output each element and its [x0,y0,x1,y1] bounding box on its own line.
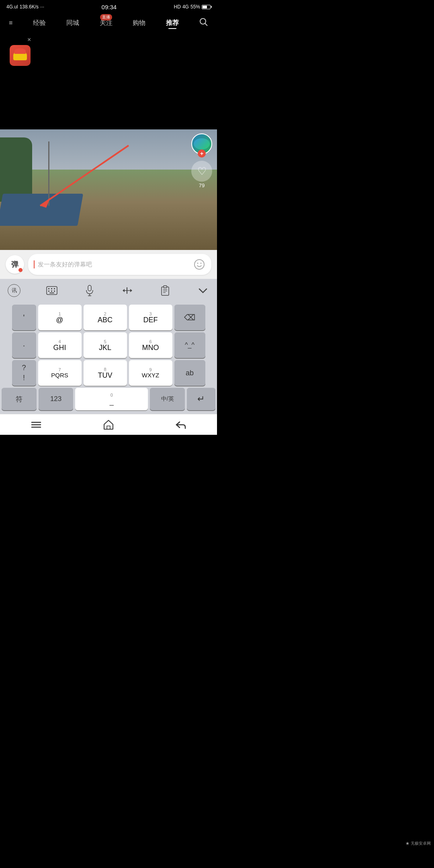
key-7-pqrs[interactable]: 7 PQRS [38,360,82,386]
collapse-icon [199,287,207,294]
bottom-menu-button[interactable] [21,418,51,432]
keyboard-row-1: ' 1 @ 2 ABC 3 DEF ⌫ [2,305,215,330]
key-apostrophe[interactable]: ' [12,305,36,330]
key-ab[interactable]: ab [174,360,205,386]
key-punctuation[interactable]: ? ! [12,360,36,386]
search-icon [199,18,208,27]
danmu-label: 弹 [11,260,18,269]
svg-marker-19 [123,289,125,292]
nav-experience[interactable]: 经验 [31,17,48,29]
svg-marker-20 [130,289,132,292]
mic-icon [85,285,94,296]
svg-rect-12 [51,291,52,292]
nav-experience-label: 经验 [33,19,46,26]
emoji-button[interactable] [193,258,206,271]
avatar-container[interactable]: + [191,133,212,154]
live-badge: 直播 [100,14,112,20]
bottom-home-button[interactable] [94,416,123,433]
emoji-icon [194,259,205,270]
svg-rect-23 [164,286,167,288]
comment-bar: 弹 发一条友好的弹幕吧 [0,250,217,279]
svg-point-0 [200,18,206,24]
like-button[interactable]: ♡ 79 [191,161,212,188]
key-123[interactable]: 123 [39,388,74,410]
red-envelope-button[interactable]: ★ [10,45,31,66]
text-cursor [34,260,35,268]
nav-shopping[interactable]: 购物 [130,17,148,29]
svg-rect-8 [48,288,49,289]
key-dot[interactable]: · [12,332,36,358]
shift-icon: ^_^ [185,342,194,349]
key-space[interactable]: 0 _ [75,388,148,410]
close-popup-button[interactable]: × [27,36,31,43]
status-time: 09:34 [102,4,117,10]
toolbar-collapse-button[interactable] [194,282,211,299]
keyboard-toolbar: 讯 [0,279,217,302]
nav-recommend[interactable]: 推荐 [164,17,181,29]
nav-shopping-label: 购物 [133,19,145,26]
dots: ··· [40,4,44,10]
hd-label: HD [174,4,181,10]
bottom-back-button[interactable] [166,417,196,432]
bottom-back-icon [176,420,186,429]
imo-icon: 讯 [8,284,20,297]
toolbar-keyboard-button[interactable] [43,282,60,299]
menu-icon: ≡ [9,19,12,26]
scene-tarp [0,194,83,226]
key-delete[interactable]: ⌫ [174,305,205,330]
network-type: 4G [182,4,189,10]
like-count: 79 [199,182,205,188]
nav-local[interactable]: 同城 [64,17,82,29]
nav-follow[interactable]: 直播 关注 [97,17,115,29]
comment-placeholder: 发一条友好的弹幕吧 [38,261,92,268]
key-2-abc[interactable]: 2 ABC [84,305,127,330]
search-button[interactable] [197,16,211,30]
danmu-active-dot [18,268,23,272]
svg-marker-30 [104,420,113,429]
status-bar: 4G.ul 138.6K/s ··· 09:34 HD 4G 55% [0,0,217,13]
heart-icon: ♡ [191,161,212,182]
scene-trees [0,137,32,202]
svg-rect-31 [107,426,110,429]
network-speed: 138.6K/s [20,4,39,10]
key-1-at[interactable]: 1 @ [38,305,82,330]
danmu-toggle-button[interactable]: 弹 [6,255,24,274]
keyboard-row-3: ? ! 7 PQRS 8 TUV 9 WXYZ ab [2,360,215,386]
toolbar-mic-button[interactable] [81,282,98,299]
svg-rect-15 [88,285,91,291]
svg-rect-10 [54,288,55,289]
key-lang-switch[interactable]: 中/英 [150,388,185,410]
right-controls: + ♡ 79 [191,133,212,188]
key-6-mno[interactable]: 6 MNO [129,332,172,358]
svg-rect-13 [54,291,55,292]
svg-point-4 [194,260,204,269]
comment-input-area[interactable]: 发一条友好的弹幕吧 [28,254,211,275]
toolbar-cursor-button[interactable] [119,282,136,299]
status-left: 4G.ul 138.6K/s ··· [6,4,44,10]
toolbar-imo-button[interactable]: 讯 [6,282,23,299]
key-4-ghi[interactable]: 4 GHI [38,332,82,358]
key-enter[interactable]: ↵ [187,388,215,410]
menu-button[interactable]: ≡ [6,18,15,28]
toolbar-clipboard-button[interactable] [157,282,174,299]
key-shift[interactable]: ^_^ [174,332,205,358]
key-symbols[interactable]: 符 [2,388,37,410]
key-9-wxyz[interactable]: 9 WXYZ [129,360,172,386]
battery-percent: 55% [190,4,200,10]
delete-icon: ⌫ [184,313,195,322]
key-8-tuv[interactable]: 8 TUV [84,360,127,386]
key-5-jkl[interactable]: 5 JKL [84,332,127,358]
key-3-def[interactable]: 3 DEF [129,305,172,330]
keyboard: ' 1 @ 2 ABC 3 DEF ⌫ · 4 GHI 5 JKL [0,302,217,414]
video-content[interactable]: + ♡ 79 [0,129,217,250]
nav-local-label: 同城 [66,19,79,26]
video-top-area: × ★ [0,33,217,129]
bottom-home-icon [103,420,114,430]
svg-point-6 [201,263,202,264]
status-right: HD 4G 55% [174,4,211,10]
keyboard-row-2: · 4 GHI 5 JKL 6 MNO ^_^ [2,332,215,358]
follow-button[interactable]: + [198,149,206,158]
svg-rect-9 [51,288,52,289]
bottom-nav [0,414,217,435]
scene-sky [0,129,217,170]
